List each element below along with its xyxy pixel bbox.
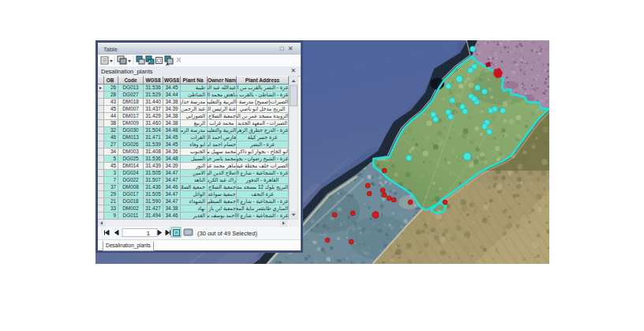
svg-text:(30 out of 49 Selected): (30 out of 49 Selected) <box>197 230 257 237</box>
svg-text:1: 1 <box>147 230 150 237</box>
